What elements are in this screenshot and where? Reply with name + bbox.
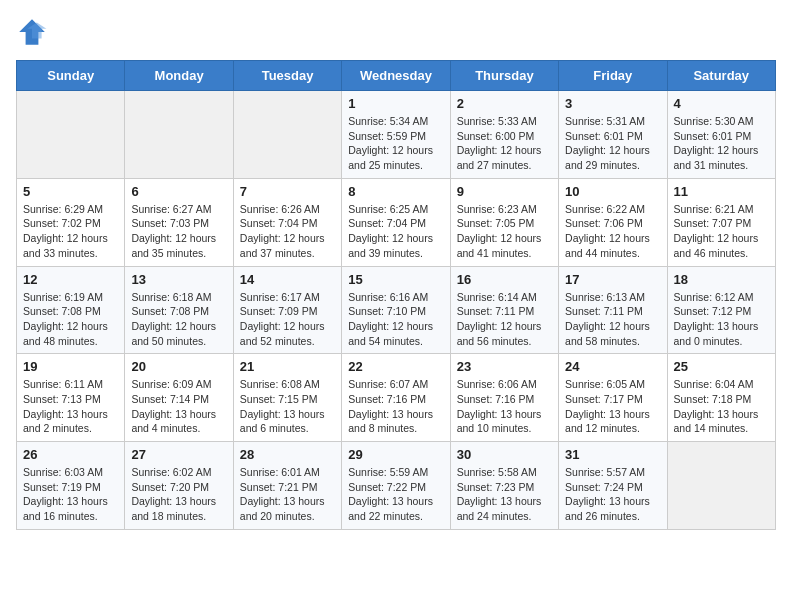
day-number: 28 — [240, 447, 335, 462]
day-number: 7 — [240, 184, 335, 199]
day-number: 11 — [674, 184, 769, 199]
day-info: Sunrise: 6:17 AM Sunset: 7:09 PM Dayligh… — [240, 290, 335, 349]
calendar-cell: 31Sunrise: 5:57 AM Sunset: 7:24 PM Dayli… — [559, 442, 667, 530]
day-number: 4 — [674, 96, 769, 111]
day-number: 18 — [674, 272, 769, 287]
calendar-cell: 29Sunrise: 5:59 AM Sunset: 7:22 PM Dayli… — [342, 442, 450, 530]
day-info: Sunrise: 6:26 AM Sunset: 7:04 PM Dayligh… — [240, 202, 335, 261]
calendar-cell: 10Sunrise: 6:22 AM Sunset: 7:06 PM Dayli… — [559, 178, 667, 266]
day-info: Sunrise: 5:33 AM Sunset: 6:00 PM Dayligh… — [457, 114, 552, 173]
day-number: 12 — [23, 272, 118, 287]
day-number: 5 — [23, 184, 118, 199]
calendar-cell: 20Sunrise: 6:09 AM Sunset: 7:14 PM Dayli… — [125, 354, 233, 442]
day-info: Sunrise: 6:23 AM Sunset: 7:05 PM Dayligh… — [457, 202, 552, 261]
day-info: Sunrise: 5:30 AM Sunset: 6:01 PM Dayligh… — [674, 114, 769, 173]
header-tuesday: Tuesday — [233, 61, 341, 91]
day-info: Sunrise: 5:57 AM Sunset: 7:24 PM Dayligh… — [565, 465, 660, 524]
calendar-cell — [233, 91, 341, 179]
logo — [16, 16, 52, 48]
day-info: Sunrise: 6:05 AM Sunset: 7:17 PM Dayligh… — [565, 377, 660, 436]
calendar-header: Sunday Monday Tuesday Wednesday Thursday… — [17, 61, 776, 91]
day-number: 9 — [457, 184, 552, 199]
header-row: Sunday Monday Tuesday Wednesday Thursday… — [17, 61, 776, 91]
calendar-cell: 13Sunrise: 6:18 AM Sunset: 7:08 PM Dayli… — [125, 266, 233, 354]
day-info: Sunrise: 5:59 AM Sunset: 7:22 PM Dayligh… — [348, 465, 443, 524]
day-number: 24 — [565, 359, 660, 374]
day-number: 1 — [348, 96, 443, 111]
logo-icon — [16, 16, 48, 48]
header-sunday: Sunday — [17, 61, 125, 91]
day-info: Sunrise: 5:31 AM Sunset: 6:01 PM Dayligh… — [565, 114, 660, 173]
calendar-cell: 4Sunrise: 5:30 AM Sunset: 6:01 PM Daylig… — [667, 91, 775, 179]
day-info: Sunrise: 6:09 AM Sunset: 7:14 PM Dayligh… — [131, 377, 226, 436]
day-number: 10 — [565, 184, 660, 199]
day-number: 3 — [565, 96, 660, 111]
day-number: 31 — [565, 447, 660, 462]
day-number: 22 — [348, 359, 443, 374]
week-row-3: 19Sunrise: 6:11 AM Sunset: 7:13 PM Dayli… — [17, 354, 776, 442]
day-info: Sunrise: 6:03 AM Sunset: 7:19 PM Dayligh… — [23, 465, 118, 524]
day-info: Sunrise: 6:27 AM Sunset: 7:03 PM Dayligh… — [131, 202, 226, 261]
day-number: 19 — [23, 359, 118, 374]
day-info: Sunrise: 6:16 AM Sunset: 7:10 PM Dayligh… — [348, 290, 443, 349]
day-info: Sunrise: 6:02 AM Sunset: 7:20 PM Dayligh… — [131, 465, 226, 524]
calendar-cell: 8Sunrise: 6:25 AM Sunset: 7:04 PM Daylig… — [342, 178, 450, 266]
page-header — [16, 16, 776, 48]
week-row-4: 26Sunrise: 6:03 AM Sunset: 7:19 PM Dayli… — [17, 442, 776, 530]
day-info: Sunrise: 6:21 AM Sunset: 7:07 PM Dayligh… — [674, 202, 769, 261]
day-number: 15 — [348, 272, 443, 287]
day-number: 2 — [457, 96, 552, 111]
calendar-cell: 30Sunrise: 5:58 AM Sunset: 7:23 PM Dayli… — [450, 442, 558, 530]
calendar-cell: 6Sunrise: 6:27 AM Sunset: 7:03 PM Daylig… — [125, 178, 233, 266]
day-info: Sunrise: 5:58 AM Sunset: 7:23 PM Dayligh… — [457, 465, 552, 524]
day-info: Sunrise: 6:06 AM Sunset: 7:16 PM Dayligh… — [457, 377, 552, 436]
day-number: 27 — [131, 447, 226, 462]
day-number: 17 — [565, 272, 660, 287]
day-info: Sunrise: 6:13 AM Sunset: 7:11 PM Dayligh… — [565, 290, 660, 349]
week-row-1: 5Sunrise: 6:29 AM Sunset: 7:02 PM Daylig… — [17, 178, 776, 266]
day-number: 8 — [348, 184, 443, 199]
calendar-cell — [17, 91, 125, 179]
header-saturday: Saturday — [667, 61, 775, 91]
header-thursday: Thursday — [450, 61, 558, 91]
calendar-cell: 1Sunrise: 5:34 AM Sunset: 5:59 PM Daylig… — [342, 91, 450, 179]
day-info: Sunrise: 6:08 AM Sunset: 7:15 PM Dayligh… — [240, 377, 335, 436]
calendar-cell: 2Sunrise: 5:33 AM Sunset: 6:00 PM Daylig… — [450, 91, 558, 179]
calendar-cell: 24Sunrise: 6:05 AM Sunset: 7:17 PM Dayli… — [559, 354, 667, 442]
day-number: 26 — [23, 447, 118, 462]
calendar-cell: 27Sunrise: 6:02 AM Sunset: 7:20 PM Dayli… — [125, 442, 233, 530]
header-wednesday: Wednesday — [342, 61, 450, 91]
calendar-cell: 25Sunrise: 6:04 AM Sunset: 7:18 PM Dayli… — [667, 354, 775, 442]
calendar-cell: 15Sunrise: 6:16 AM Sunset: 7:10 PM Dayli… — [342, 266, 450, 354]
calendar-table: Sunday Monday Tuesday Wednesday Thursday… — [16, 60, 776, 530]
calendar-body: 1Sunrise: 5:34 AM Sunset: 5:59 PM Daylig… — [17, 91, 776, 530]
header-friday: Friday — [559, 61, 667, 91]
calendar-cell: 19Sunrise: 6:11 AM Sunset: 7:13 PM Dayli… — [17, 354, 125, 442]
calendar-cell: 28Sunrise: 6:01 AM Sunset: 7:21 PM Dayli… — [233, 442, 341, 530]
calendar-cell: 9Sunrise: 6:23 AM Sunset: 7:05 PM Daylig… — [450, 178, 558, 266]
calendar-cell: 14Sunrise: 6:17 AM Sunset: 7:09 PM Dayli… — [233, 266, 341, 354]
calendar-cell: 16Sunrise: 6:14 AM Sunset: 7:11 PM Dayli… — [450, 266, 558, 354]
header-monday: Monday — [125, 61, 233, 91]
week-row-2: 12Sunrise: 6:19 AM Sunset: 7:08 PM Dayli… — [17, 266, 776, 354]
day-number: 29 — [348, 447, 443, 462]
calendar-cell — [667, 442, 775, 530]
day-info: Sunrise: 6:14 AM Sunset: 7:11 PM Dayligh… — [457, 290, 552, 349]
day-number: 25 — [674, 359, 769, 374]
day-info: Sunrise: 6:18 AM Sunset: 7:08 PM Dayligh… — [131, 290, 226, 349]
calendar-cell: 26Sunrise: 6:03 AM Sunset: 7:19 PM Dayli… — [17, 442, 125, 530]
calendar-cell: 11Sunrise: 6:21 AM Sunset: 7:07 PM Dayli… — [667, 178, 775, 266]
day-info: Sunrise: 6:25 AM Sunset: 7:04 PM Dayligh… — [348, 202, 443, 261]
calendar-cell: 7Sunrise: 6:26 AM Sunset: 7:04 PM Daylig… — [233, 178, 341, 266]
calendar-cell: 12Sunrise: 6:19 AM Sunset: 7:08 PM Dayli… — [17, 266, 125, 354]
day-number: 16 — [457, 272, 552, 287]
calendar-cell: 3Sunrise: 5:31 AM Sunset: 6:01 PM Daylig… — [559, 91, 667, 179]
day-number: 6 — [131, 184, 226, 199]
calendar-cell: 22Sunrise: 6:07 AM Sunset: 7:16 PM Dayli… — [342, 354, 450, 442]
day-info: Sunrise: 6:11 AM Sunset: 7:13 PM Dayligh… — [23, 377, 118, 436]
day-info: Sunrise: 6:19 AM Sunset: 7:08 PM Dayligh… — [23, 290, 118, 349]
day-info: Sunrise: 6:12 AM Sunset: 7:12 PM Dayligh… — [674, 290, 769, 349]
day-info: Sunrise: 6:22 AM Sunset: 7:06 PM Dayligh… — [565, 202, 660, 261]
week-row-0: 1Sunrise: 5:34 AM Sunset: 5:59 PM Daylig… — [17, 91, 776, 179]
day-number: 21 — [240, 359, 335, 374]
